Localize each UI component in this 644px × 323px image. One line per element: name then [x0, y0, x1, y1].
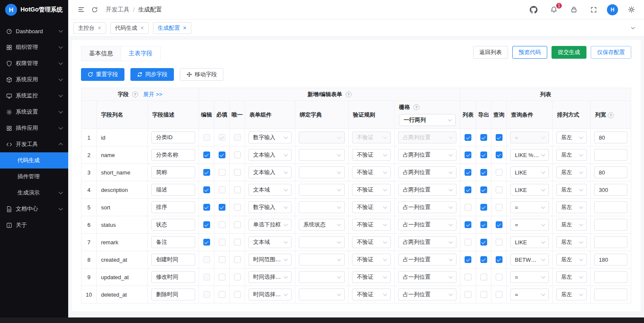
sidebar-item-docs[interactable]: 文档中心 [0, 201, 68, 217]
component-select[interactable]: 时间选择(Y-... [248, 289, 292, 300]
query-checkbox[interactable] [496, 151, 502, 158]
dict-select[interactable] [299, 201, 345, 213]
rule-select[interactable]: 不验证 [352, 219, 391, 231]
sidebar-item-about[interactable]: 关于 [0, 217, 68, 233]
export-checkbox[interactable] [480, 204, 487, 211]
dict-select[interactable] [299, 184, 345, 196]
edit-checkbox[interactable] [203, 239, 210, 246]
notification-bell-icon[interactable]: 1 [547, 3, 560, 17]
list-checkbox[interactable] [465, 151, 471, 158]
align-select[interactable]: 居左 [556, 236, 587, 248]
query-checkbox[interactable] [496, 274, 502, 280]
width-input[interactable] [594, 271, 627, 283]
screen-lock-icon[interactable] [567, 3, 580, 17]
sidebar-item-plugin[interactable]: 插件应用 [0, 120, 68, 136]
expand-fields-link[interactable]: 展开 >> [143, 91, 162, 98]
required-checkbox[interactable] [219, 291, 225, 298]
field-desc-input[interactable] [151, 131, 195, 143]
tab-main-fields[interactable]: 主表字段 [121, 46, 161, 61]
align-select[interactable]: 居左 [556, 166, 587, 178]
rule-select[interactable]: 不验证 [352, 236, 391, 248]
unique-checkbox[interactable] [234, 239, 241, 246]
edit-checkbox[interactable] [203, 186, 210, 193]
field-help-icon[interactable] [132, 91, 138, 97]
unique-checkbox[interactable] [234, 169, 241, 176]
component-select[interactable]: 时间范围选择 [248, 254, 292, 266]
export-checkbox[interactable] [480, 291, 487, 298]
grid-select[interactable]: 占一列位置 [398, 254, 456, 266]
list-checkbox[interactable] [465, 274, 471, 280]
field-desc-input[interactable] [151, 201, 195, 213]
list-checkbox[interactable] [465, 134, 471, 141]
width-input[interactable] [594, 236, 627, 248]
component-select[interactable]: 文本输入 [248, 149, 292, 161]
width-input[interactable] [594, 219, 627, 231]
export-checkbox[interactable] [480, 221, 487, 228]
edit-checkbox[interactable] [203, 204, 210, 211]
rule-select[interactable]: 不验证 [352, 184, 391, 196]
field-desc-input[interactable] [151, 271, 195, 283]
component-select[interactable]: 时间选择(Y-... [248, 271, 292, 283]
rule-select[interactable]: 不验证 [352, 254, 391, 266]
condition-select[interactable]: = [510, 201, 549, 213]
export-checkbox[interactable] [480, 274, 487, 280]
export-checkbox[interactable] [480, 151, 487, 158]
tab-console[interactable]: 主控台 [73, 22, 106, 34]
width-input[interactable] [594, 166, 627, 178]
dict-select[interactable] [299, 254, 345, 266]
field-desc-input[interactable] [151, 184, 195, 196]
required-checkbox[interactable] [219, 256, 225, 263]
component-select[interactable]: 单选下拉框 [248, 219, 292, 231]
grid-select[interactable]: 占一列位置 [398, 271, 456, 283]
sidebar-item-monitor[interactable]: 系统监控 [0, 88, 68, 104]
grid-select[interactable]: 占两列位置 [398, 184, 456, 196]
sidebar-item-gen-demo[interactable]: 生成演示 [0, 185, 68, 201]
required-checkbox[interactable] [219, 204, 225, 211]
required-checkbox[interactable] [219, 169, 225, 176]
required-checkbox[interactable] [219, 239, 225, 246]
tab-gen-config[interactable]: 生成配置 [153, 22, 191, 34]
breadcrumb-item-current[interactable]: 生成配置 [138, 6, 162, 14]
align-select[interactable]: 居左 [556, 131, 587, 143]
sidebar-item-codegen[interactable]: 代码生成 [0, 152, 68, 169]
sidebar-item-sysapp[interactable]: 系统应用 [0, 71, 68, 88]
export-checkbox[interactable] [480, 256, 487, 263]
grid-select[interactable]: 占两列位置 [398, 166, 456, 178]
condition-select[interactable]: LIKE [510, 236, 549, 248]
back-to-list-button[interactable]: 返回列表 [473, 46, 508, 59]
dict-select[interactable]: 系统状态 [299, 219, 345, 231]
align-select[interactable]: 居左 [556, 149, 587, 161]
grid-help-icon[interactable] [413, 104, 419, 110]
query-checkbox[interactable] [496, 186, 502, 193]
width-input[interactable] [594, 184, 627, 196]
grid-select[interactable]: 占两列位置 [398, 236, 456, 248]
submit-generate-button[interactable]: 提交生成 [552, 46, 586, 59]
field-desc-input[interactable] [151, 289, 195, 300]
align-select[interactable]: 居左 [556, 184, 587, 196]
export-checkbox[interactable] [480, 169, 487, 176]
align-select[interactable]: 居左 [556, 254, 587, 266]
preview-code-button[interactable]: 预览代码 [512, 46, 547, 59]
component-select[interactable]: 文本域 [248, 184, 292, 196]
rule-select[interactable]: 不验证 [352, 149, 391, 161]
required-checkbox[interactable] [219, 274, 225, 280]
sidebar-item-dashboard[interactable]: Dashboard [0, 23, 68, 39]
sidebar-item-auth[interactable]: 权限管理 [0, 55, 68, 71]
condition-select[interactable]: = [510, 271, 549, 283]
github-icon[interactable] [527, 3, 540, 17]
rule-select[interactable]: 不验证 [352, 201, 391, 213]
align-select[interactable]: 居左 [556, 289, 587, 300]
rule-select[interactable]: 不验证 [352, 271, 391, 283]
edit-checkbox[interactable] [203, 169, 210, 176]
sidebar-item-plugin-manage[interactable]: 插件管理 [0, 169, 68, 185]
unique-checkbox[interactable] [234, 221, 241, 228]
query-checkbox[interactable] [496, 221, 502, 228]
align-select[interactable]: 居左 [556, 271, 587, 283]
query-checkbox[interactable] [496, 256, 502, 263]
field-desc-input[interactable] [151, 254, 195, 266]
width-help-icon[interactable] [608, 112, 614, 118]
width-input[interactable] [594, 289, 627, 300]
save-config-only-button[interactable]: 仅保存配置 [591, 46, 631, 59]
menu-collapse-icon[interactable] [74, 3, 88, 17]
condition-select[interactable]: = [510, 289, 549, 300]
